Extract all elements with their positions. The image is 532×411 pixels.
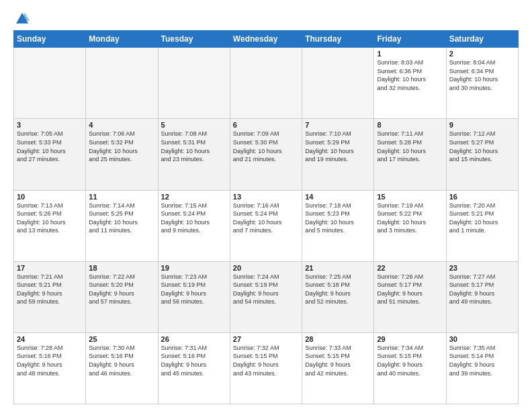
day-number: 21 (305, 264, 371, 272)
day-info: Sunrise: 8:03 AM Sunset: 6:36 PM Dayligh… (377, 58, 443, 92)
day-cell: 30Sunrise: 7:35 AM Sunset: 5:14 PM Dayli… (446, 332, 518, 404)
day-cell: 8Sunrise: 7:11 AM Sunset: 5:28 PM Daylig… (374, 119, 446, 190)
calendar: SundayMondayTuesdayWednesdayThursdayFrid… (13, 30, 519, 404)
day-cell (230, 48, 302, 119)
day-number: 20 (233, 264, 299, 272)
day-info: Sunrise: 7:05 AM Sunset: 5:33 PM Dayligh… (17, 130, 83, 163)
day-cell: 25Sunrise: 7:30 AM Sunset: 5:16 PM Dayli… (86, 332, 158, 404)
day-number: 5 (161, 121, 227, 129)
day-cell (302, 48, 374, 119)
day-number: 6 (233, 121, 299, 129)
day-number: 18 (89, 264, 154, 272)
day-cell (14, 48, 86, 119)
day-cell (158, 48, 230, 119)
weekday-header-row: SundayMondayTuesdayWednesdayThursdayFrid… (14, 31, 519, 48)
day-cell: 18Sunrise: 7:22 AM Sunset: 5:20 PM Dayli… (86, 261, 158, 332)
day-info: Sunrise: 7:22 AM Sunset: 5:20 PM Dayligh… (89, 273, 154, 306)
page: SundayMondayTuesdayWednesdayThursdayFrid… (0, 0, 532, 411)
day-cell: 15Sunrise: 7:19 AM Sunset: 5:22 PM Dayli… (374, 190, 446, 261)
day-info: Sunrise: 7:28 AM Sunset: 5:16 PM Dayligh… (17, 344, 83, 377)
week-row-3: 10Sunrise: 7:13 AM Sunset: 5:26 PM Dayli… (14, 190, 519, 261)
day-number: 29 (377, 335, 443, 343)
day-cell: 19Sunrise: 7:23 AM Sunset: 5:19 PM Dayli… (158, 261, 230, 332)
day-info: Sunrise: 7:19 AM Sunset: 5:22 PM Dayligh… (377, 201, 443, 235)
day-info: Sunrise: 7:09 AM Sunset: 5:30 PM Dayligh… (233, 130, 299, 163)
day-cell: 24Sunrise: 7:28 AM Sunset: 5:16 PM Dayli… (14, 332, 86, 404)
day-cell: 11Sunrise: 7:14 AM Sunset: 5:25 PM Dayli… (86, 190, 158, 261)
day-info: Sunrise: 7:33 AM Sunset: 5:15 PM Dayligh… (305, 344, 371, 377)
day-cell: 6Sunrise: 7:09 AM Sunset: 5:30 PM Daylig… (230, 119, 302, 190)
day-number: 1 (377, 50, 443, 58)
day-info: Sunrise: 7:16 AM Sunset: 5:24 PM Dayligh… (233, 201, 299, 235)
day-info: Sunrise: 7:13 AM Sunset: 5:26 PM Dayligh… (17, 201, 83, 235)
day-number: 7 (305, 121, 371, 129)
day-info: Sunrise: 7:35 AM Sunset: 5:14 PM Dayligh… (449, 344, 515, 377)
day-cell: 2Sunrise: 8:04 AM Sunset: 6:34 PM Daylig… (446, 48, 518, 119)
weekday-header-wednesday: Wednesday (230, 31, 302, 48)
day-cell: 3Sunrise: 7:05 AM Sunset: 5:33 PM Daylig… (14, 119, 86, 190)
day-info: Sunrise: 7:10 AM Sunset: 5:29 PM Dayligh… (305, 130, 371, 163)
day-number: 10 (17, 193, 83, 201)
day-number: 19 (161, 264, 227, 272)
weekday-header-friday: Friday (374, 31, 446, 48)
day-cell: 17Sunrise: 7:21 AM Sunset: 5:21 PM Dayli… (14, 261, 86, 332)
weekday-header-sunday: Sunday (14, 31, 86, 48)
day-number: 30 (449, 335, 515, 343)
day-number: 28 (305, 335, 371, 343)
day-number: 9 (449, 121, 515, 129)
day-cell: 28Sunrise: 7:33 AM Sunset: 5:15 PM Dayli… (302, 332, 374, 404)
day-cell: 5Sunrise: 7:08 AM Sunset: 5:31 PM Daylig… (158, 119, 230, 190)
day-info: Sunrise: 7:21 AM Sunset: 5:21 PM Dayligh… (17, 273, 83, 306)
day-cell (86, 48, 158, 119)
day-number: 2 (449, 50, 515, 58)
day-info: Sunrise: 7:20 AM Sunset: 5:21 PM Dayligh… (449, 201, 515, 235)
day-cell: 14Sunrise: 7:18 AM Sunset: 5:23 PM Dayli… (302, 190, 374, 261)
day-number: 17 (17, 264, 83, 272)
day-info: Sunrise: 7:12 AM Sunset: 5:27 PM Dayligh… (449, 130, 515, 163)
day-number: 15 (377, 193, 443, 201)
weekday-header-thursday: Thursday (302, 31, 374, 48)
day-info: Sunrise: 7:15 AM Sunset: 5:24 PM Dayligh… (161, 201, 227, 235)
day-cell: 10Sunrise: 7:13 AM Sunset: 5:26 PM Dayli… (14, 190, 86, 261)
day-number: 25 (89, 335, 154, 343)
day-number: 14 (305, 193, 371, 201)
day-cell: 22Sunrise: 7:26 AM Sunset: 5:17 PM Dayli… (374, 261, 446, 332)
day-info: Sunrise: 7:27 AM Sunset: 5:17 PM Dayligh… (449, 273, 515, 306)
day-number: 24 (17, 335, 83, 343)
day-number: 13 (233, 193, 299, 201)
header (13, 11, 519, 25)
week-row-2: 3Sunrise: 7:05 AM Sunset: 5:33 PM Daylig… (14, 119, 519, 190)
day-number: 4 (89, 121, 154, 129)
day-info: Sunrise: 7:32 AM Sunset: 5:15 PM Dayligh… (233, 344, 299, 377)
day-info: Sunrise: 7:30 AM Sunset: 5:16 PM Dayligh… (89, 344, 154, 377)
day-number: 3 (17, 121, 83, 129)
day-info: Sunrise: 7:34 AM Sunset: 5:15 PM Dayligh… (377, 344, 443, 377)
day-info: Sunrise: 7:31 AM Sunset: 5:16 PM Dayligh… (161, 344, 227, 377)
day-info: Sunrise: 7:23 AM Sunset: 5:19 PM Dayligh… (161, 273, 227, 306)
day-info: Sunrise: 7:25 AM Sunset: 5:18 PM Dayligh… (305, 273, 371, 306)
day-number: 23 (449, 264, 515, 272)
day-cell: 27Sunrise: 7:32 AM Sunset: 5:15 PM Dayli… (230, 332, 302, 404)
day-number: 12 (161, 193, 227, 201)
day-number: 22 (377, 264, 443, 272)
day-cell: 12Sunrise: 7:15 AM Sunset: 5:24 PM Dayli… (158, 190, 230, 261)
day-number: 27 (233, 335, 299, 343)
weekday-header-saturday: Saturday (446, 31, 518, 48)
day-info: Sunrise: 7:11 AM Sunset: 5:28 PM Dayligh… (377, 130, 443, 163)
day-cell: 7Sunrise: 7:10 AM Sunset: 5:29 PM Daylig… (302, 119, 374, 190)
day-info: Sunrise: 7:08 AM Sunset: 5:31 PM Dayligh… (161, 130, 227, 163)
day-cell: 26Sunrise: 7:31 AM Sunset: 5:16 PM Dayli… (158, 332, 230, 404)
weekday-header-monday: Monday (86, 31, 158, 48)
day-info: Sunrise: 8:04 AM Sunset: 6:34 PM Dayligh… (449, 58, 515, 92)
day-info: Sunrise: 7:26 AM Sunset: 5:17 PM Dayligh… (377, 273, 443, 306)
day-info: Sunrise: 7:24 AM Sunset: 5:19 PM Dayligh… (233, 273, 299, 306)
day-cell: 21Sunrise: 7:25 AM Sunset: 5:18 PM Dayli… (302, 261, 374, 332)
day-cell: 29Sunrise: 7:34 AM Sunset: 5:15 PM Dayli… (374, 332, 446, 404)
day-cell: 20Sunrise: 7:24 AM Sunset: 5:19 PM Dayli… (230, 261, 302, 332)
day-info: Sunrise: 7:14 AM Sunset: 5:25 PM Dayligh… (89, 201, 154, 235)
day-cell: 23Sunrise: 7:27 AM Sunset: 5:17 PM Dayli… (446, 261, 518, 332)
week-row-4: 17Sunrise: 7:21 AM Sunset: 5:21 PM Dayli… (14, 261, 519, 332)
day-number: 26 (161, 335, 227, 343)
logo-icon (15, 11, 30, 25)
day-cell: 13Sunrise: 7:16 AM Sunset: 5:24 PM Dayli… (230, 190, 302, 261)
